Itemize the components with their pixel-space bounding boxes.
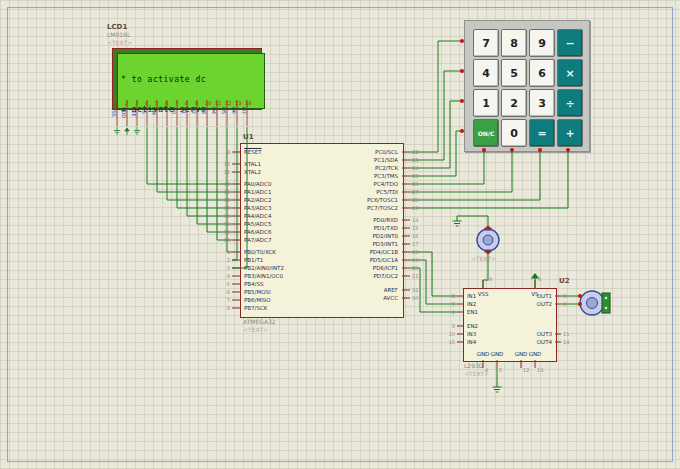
lcd-pin-number: 5	[155, 101, 158, 106]
driver-pin-number: 7	[439, 301, 455, 307]
mcu-pin-number: 6	[214, 289, 230, 295]
mcu-pin-name: AREF	[326, 287, 398, 293]
lcd-pin-number: 2	[125, 101, 128, 106]
mcu-pin-number: 34	[214, 229, 230, 235]
mcu-pin-number: 14	[412, 217, 418, 223]
mcu-pin-number: 29	[412, 205, 418, 211]
driver-pin-name: OUT2	[519, 301, 552, 307]
keypad-button[interactable]: ÷	[557, 89, 583, 117]
wire[interactable]	[410, 150, 540, 200]
wire[interactable]	[232, 127, 237, 260]
mcu-pin-number: 1	[214, 249, 230, 255]
driver-pin-name: GND	[527, 351, 543, 357]
keypad-button[interactable]: ×	[557, 59, 583, 87]
keypad-button[interactable]: 2	[501, 89, 527, 117]
driver-pin-number: 1	[439, 309, 455, 315]
ground-symbol[interactable]	[493, 382, 502, 392]
keypad-button[interactable]: 6	[529, 59, 555, 87]
keypad-button[interactable]: 8	[501, 29, 527, 57]
mcu-pin-number: 13	[214, 161, 230, 167]
driver-pin-number: 12	[523, 367, 529, 373]
driver-pin-number: 2	[439, 293, 455, 299]
lcd-pin-number: 4	[145, 101, 148, 106]
lcd-pin-number: 7	[175, 101, 178, 106]
keypad-button[interactable]: ON/C	[473, 119, 499, 147]
mcu-model: ATMEGA32	[243, 318, 276, 325]
lcd-pin-name: E	[161, 107, 166, 129]
mcu-pin-name: PC7/TOSC2	[326, 205, 398, 211]
lcd-pin-name: D6	[231, 107, 236, 129]
lcd-pin-name: VDD	[121, 107, 126, 129]
wire[interactable]	[410, 71, 462, 160]
driver-pin-number: 14	[563, 339, 569, 345]
mcu-pin-name: RESET	[244, 149, 262, 155]
lcd-pin-name: D4	[211, 107, 216, 129]
mcu-pin-name: PA6/ADC6	[244, 229, 271, 235]
mcu-pin-number: 39	[214, 189, 230, 195]
lcd-pin-number: 6	[165, 101, 168, 106]
driver-ref[interactable]: U2	[559, 277, 570, 285]
lcd-pin-name: RW	[151, 107, 156, 129]
mcu-pin-name: AVCC	[326, 295, 398, 301]
mcu-pin-number: 33	[214, 237, 230, 243]
wire[interactable]	[457, 216, 488, 229]
mcu-pin-name: PD2/INT0	[326, 233, 398, 239]
dc-motor[interactable]	[477, 228, 499, 253]
wire[interactable]	[147, 127, 232, 184]
lcd-pin-number: 1	[115, 101, 118, 106]
keypad-button[interactable]: 5	[501, 59, 527, 87]
mcu-pin-number: 3	[214, 265, 230, 271]
keypad-button[interactable]: +	[557, 119, 583, 147]
driver-model: L293D	[464, 362, 483, 369]
wire[interactable]	[410, 150, 484, 184]
driver-pin-name: OUT4	[519, 339, 552, 345]
keypad-button[interactable]: 3	[529, 89, 555, 117]
driver-pin-number: 9	[439, 323, 455, 329]
driver-pin-name: OUT3	[519, 331, 552, 337]
ground-symbol[interactable]	[453, 216, 462, 226]
lcd-ref[interactable]: LCD1	[107, 23, 127, 31]
driver-pin-name: VSS	[475, 291, 491, 297]
mcu-pin-number: 36	[214, 213, 230, 219]
lcd-pin-name: RS	[141, 107, 146, 129]
driver-pin-number: 6	[563, 301, 566, 307]
mcu-pin-name: PA2/ADC2	[244, 197, 271, 203]
servo-motor[interactable]	[580, 291, 610, 315]
mcu-pin-name: PD0/RXD	[326, 217, 398, 223]
lcd-pin-number: 13	[235, 101, 241, 106]
wire[interactable]	[177, 127, 232, 208]
mcu-pin-name: XTAL1	[244, 161, 261, 167]
keypad-button[interactable]: 9	[529, 29, 555, 57]
keypad-button[interactable]: 1	[473, 89, 499, 117]
mcu-pin-name: PC2/TCK	[326, 165, 398, 171]
mcu-pin-name: PA0/ADC0	[244, 181, 271, 187]
mcu-pin-name: PB5/MOSI	[244, 289, 271, 295]
motor1-text-placeholder: <TEXT>	[471, 255, 496, 262]
motor-connector	[602, 293, 610, 313]
mcu-pin-name: PB7/SCK	[244, 305, 267, 311]
mcu-pin-number: 37	[214, 205, 230, 211]
wire[interactable]	[410, 150, 568, 208]
keypad-button[interactable]: =	[529, 119, 555, 147]
mcu-pin-name: PD6/ICP1	[326, 265, 398, 271]
mcu-pin-number: 12	[214, 169, 230, 175]
mcu-pin-name: PC5/TDI	[326, 189, 398, 195]
keypad-button[interactable]: 7	[473, 29, 499, 57]
lcd-pin-number: 9	[195, 101, 198, 106]
mcu-pin-number: 17	[412, 241, 418, 247]
driver-pin-name: IN2	[467, 301, 476, 307]
lcd-pin-name: VSS	[111, 107, 116, 129]
mcu-pin-number: 22	[412, 149, 418, 155]
keypad-button[interactable]: −	[557, 29, 583, 57]
mcu-pin-number: 16	[412, 233, 418, 239]
driver-pin-name: EN2	[467, 323, 478, 329]
mcu-pin-number: 20	[412, 265, 418, 271]
wire[interactable]	[410, 41, 462, 152]
mcu-pin-number: 28	[412, 197, 418, 203]
keypad-button[interactable]: 0	[501, 119, 527, 147]
lcd-pin-name: D2	[191, 107, 196, 129]
keypad-button[interactable]: 4	[473, 59, 499, 87]
wire[interactable]	[410, 150, 512, 192]
driver-pin-name: GND	[489, 351, 505, 357]
mcu-ref[interactable]: U1	[243, 133, 254, 141]
